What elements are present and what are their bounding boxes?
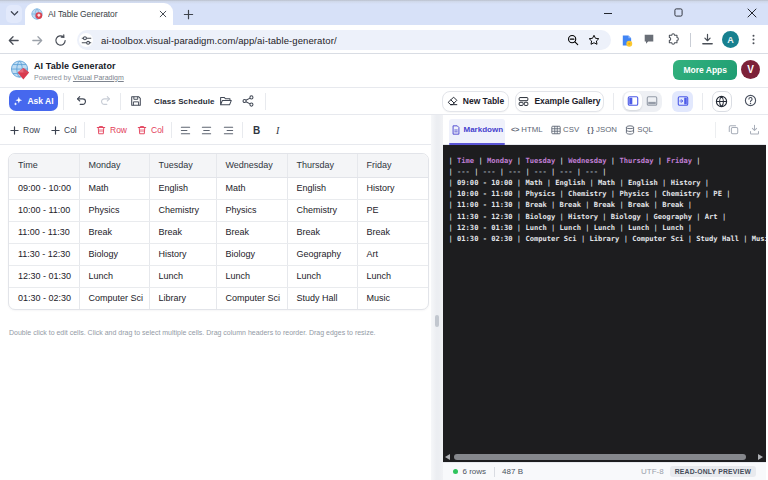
table-cell[interactable]: Art: [357, 243, 428, 265]
preview-tab-csv[interactable]: CSV: [549, 115, 582, 145]
table-cell[interactable]: 10:00 - 11:00: [9, 199, 79, 221]
window-close-button[interactable]: [730, 0, 768, 25]
scrollbar-thumb[interactable]: [454, 454, 746, 460]
table-cell[interactable]: 09:00 - 10:00: [9, 177, 79, 199]
language-button[interactable]: [712, 91, 732, 112]
delete-col-button[interactable]: Col: [137, 115, 164, 145]
bold-button[interactable]: B: [253, 115, 260, 145]
scroll-right-arrow-icon[interactable]: [758, 454, 763, 460]
table-column-header[interactable]: Thursday: [287, 154, 357, 177]
sidepanel-comment-icon[interactable]: [643, 33, 655, 45]
downloads-button[interactable]: [701, 33, 714, 46]
browser-tab[interactable]: AI Table Generator: [25, 3, 173, 25]
table-cell[interactable]: Study Hall: [287, 287, 357, 309]
table-cell[interactable]: PE: [357, 199, 428, 221]
new-table-button[interactable]: New Table: [442, 91, 509, 112]
scroll-left-arrow-icon[interactable]: [445, 454, 450, 460]
help-button[interactable]: [742, 92, 759, 109]
table-cell[interactable]: History: [149, 243, 216, 265]
layout-split-view-button[interactable]: [624, 92, 642, 110]
table-row: 12:30 - 01:30LunchLunchLunchLunchLunch: [9, 265, 428, 287]
example-gallery-button[interactable]: Example Gallery: [515, 91, 604, 112]
align-center-icon: [201, 125, 212, 136]
user-avatar[interactable]: V: [741, 60, 760, 79]
table-cell[interactable]: Library: [149, 287, 216, 309]
extension-shortcut-icon[interactable]: [620, 34, 633, 47]
layout-bottom-panel-button[interactable]: [643, 92, 661, 110]
preview-tab-sql[interactable]: SQL: [623, 115, 655, 145]
table-column-header[interactable]: Friday: [357, 154, 428, 177]
align-center-button[interactable]: [201, 115, 212, 145]
table-cell[interactable]: Music: [357, 287, 428, 309]
table-cell[interactable]: Lunch: [149, 265, 216, 287]
open-file-button[interactable]: [219, 95, 232, 107]
preview-tab-html[interactable]: <>HTML: [509, 115, 545, 145]
table-cell[interactable]: Lunch: [287, 265, 357, 287]
table-cell[interactable]: 11:30 - 12:30: [9, 243, 79, 265]
window-maximize-button[interactable]: [656, 0, 700, 25]
table-column-header[interactable]: Time: [9, 154, 79, 177]
browser-profile-avatar[interactable]: A: [722, 31, 739, 48]
save-button[interactable]: [130, 95, 142, 107]
table-cell[interactable]: 11:00 - 11:30: [9, 221, 79, 243]
table-cell[interactable]: Lunch: [357, 265, 428, 287]
new-tab-button[interactable]: [180, 6, 196, 22]
table-cell[interactable]: Computer Sci: [79, 287, 149, 309]
panel-resizer[interactable]: [431, 115, 443, 480]
table-cell[interactable]: Break: [149, 221, 216, 243]
table-cell[interactable]: Chemistry: [287, 199, 357, 221]
share-button[interactable]: [242, 95, 254, 107]
toolbar-divider: [613, 93, 614, 110]
table-cell[interactable]: 12:30 - 01:30: [9, 265, 79, 287]
align-left-button[interactable]: [180, 115, 191, 145]
table-cell[interactable]: Physics: [216, 199, 287, 221]
table-column-header[interactable]: Wednesday: [216, 154, 287, 177]
add-col-button[interactable]: Col: [51, 115, 77, 145]
table-cell[interactable]: Math: [79, 177, 149, 199]
italic-button[interactable]: I: [276, 115, 279, 145]
table-column-header[interactable]: Tuesday: [149, 154, 216, 177]
toolbar-divider: [63, 93, 64, 110]
download-code-button[interactable]: [749, 124, 760, 135]
ask-ai-button[interactable]: Ask AI: [9, 90, 58, 111]
table-cell[interactable]: Biology: [79, 243, 149, 265]
table-cell[interactable]: Computer Sci: [216, 287, 287, 309]
table-column-header[interactable]: Monday: [79, 154, 149, 177]
table-row: 09:00 - 10:00MathEnglishMathEnglishHisto…: [9, 177, 428, 199]
table-cell[interactable]: Chemistry: [149, 199, 216, 221]
table-cell[interactable]: Lunch: [79, 265, 149, 287]
copy-code-button[interactable]: [728, 124, 739, 135]
table-cell[interactable]: Math: [216, 177, 287, 199]
tab-close-button[interactable]: [156, 7, 170, 21]
table-cell[interactable]: Break: [79, 221, 149, 243]
preview-tab-json[interactable]: { }JSON: [585, 115, 619, 145]
tab-search-chevron-button[interactable]: [6, 5, 22, 24]
table-cell[interactable]: Biology: [216, 243, 287, 265]
toggle-preview-panel-button[interactable]: [672, 91, 693, 112]
table-cell[interactable]: 01:30 - 02:30: [9, 287, 79, 309]
document-title[interactable]: Class Schedule: [154, 97, 215, 106]
add-row-button[interactable]: Row: [10, 115, 40, 145]
table-cell[interactable]: Geography: [287, 243, 357, 265]
undo-button[interactable]: [75, 95, 87, 107]
align-right-button[interactable]: [223, 115, 234, 145]
table-cell[interactable]: Lunch: [216, 265, 287, 287]
browser-menu-button[interactable]: [748, 34, 759, 45]
table-cell[interactable]: Break: [216, 221, 287, 243]
preview-tab-bar: Markdown<>HTMLCSV{ }JSONSQL: [443, 115, 766, 145]
browser-window: AI Table Generator: [0, 0, 768, 480]
visual-paradigm-link[interactable]: Visual Paradigm: [73, 74, 124, 81]
more-apps-button[interactable]: More Apps: [673, 60, 737, 80]
table-cell[interactable]: Break: [357, 221, 428, 243]
window-minimize-button[interactable]: [586, 0, 630, 25]
preview-tab-markdown[interactable]: Markdown: [449, 115, 505, 145]
table-cell[interactable]: English: [287, 177, 357, 199]
redo-button[interactable]: [100, 95, 112, 107]
extensions-button[interactable]: [667, 33, 680, 46]
table-cell[interactable]: Physics: [79, 199, 149, 221]
delete-row-button[interactable]: Row: [96, 115, 127, 145]
table-cell[interactable]: English: [149, 177, 216, 199]
table-cell[interactable]: Break: [287, 221, 357, 243]
table-cell[interactable]: History: [357, 177, 428, 199]
code-scrollbar[interactable]: [443, 451, 766, 462]
